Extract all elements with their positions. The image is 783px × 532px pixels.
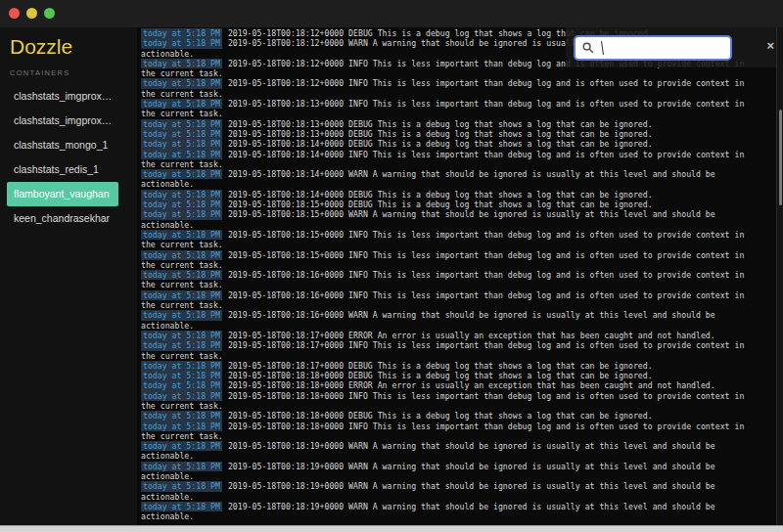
scrollbar-track <box>776 27 783 526</box>
log-timestamp: today at 5:18 PM <box>141 200 222 209</box>
log-entry: today at 5:18 PM2019-05-18T00:18:15+0000… <box>141 200 755 209</box>
log-timestamp: today at 5:18 PM <box>141 411 222 421</box>
log-entry: today at 5:18 PM2019-05-18T00:18:18+0000… <box>141 411 755 421</box>
log-timestamp: today at 5:18 PM <box>141 391 222 401</box>
close-search-icon[interactable]: × <box>766 39 774 52</box>
log-entry: today at 5:18 PM2019-05-18T00:18:16+0000… <box>141 290 755 311</box>
log-entry: today at 5:18 PM2019-05-18T00:18:13+0000… <box>141 119 755 129</box>
sidebar-item-container[interactable]: clashstats_mongo_1 <box>0 133 137 157</box>
log-timestamp: today at 5:18 PM <box>141 129 222 139</box>
log-entry: today at 5:18 PM2019-05-18T00:18:15+0000… <box>141 230 755 250</box>
log-timestamp: today at 5:18 PM <box>141 78 222 88</box>
container-list: clashstats_imgprox…clashstats_imgprox…cl… <box>0 84 137 231</box>
log-timestamp: today at 5:18 PM <box>141 331 222 340</box>
minimize-window-button[interactable] <box>26 8 37 19</box>
sidebar-item-container[interactable]: keen_chandrasekhar <box>0 206 137 231</box>
window-bottom-edge <box>0 525 783 532</box>
sidebar: Dozzle CONTAINERS clashstats_imgprox…cla… <box>0 27 137 526</box>
sidebar-item-container[interactable]: clashstats_imgprox… <box>0 84 137 109</box>
log-entry: today at 5:18 PM2019-05-18T00:18:13+0000… <box>141 129 755 139</box>
log-entry: today at 5:18 PM2019-05-18T00:18:19+0000… <box>141 481 755 502</box>
sidebar-item-container-active[interactable]: flamboyant_vaughan <box>7 182 118 206</box>
scrollbar-thumb[interactable] <box>779 110 782 205</box>
log-entry: today at 5:18 PM2019-05-18T00:18:18+0000… <box>141 391 755 412</box>
log-timestamp: today at 5:18 PM <box>141 340 222 350</box>
log-timestamp: today at 5:18 PM <box>141 230 222 240</box>
log-entry: today at 5:18 PM2019-05-18T00:18:18+0000… <box>141 421 755 442</box>
maximize-window-button[interactable] <box>44 8 55 19</box>
log-entry: today at 5:18 PM2019-05-18T00:18:17+0000… <box>141 361 755 371</box>
log-entry: today at 5:18 PM2019-05-18T00:18:17+0000… <box>141 331 755 340</box>
log-entry: today at 5:18 PM2019-05-18T00:18:16+0000… <box>141 310 755 331</box>
close-window-button[interactable] <box>9 8 20 19</box>
log-entry: today at 5:18 PM2019-05-18T00:18:14+0000… <box>141 139 755 149</box>
log-entry: today at 5:18 PM2019-05-18T00:18:18+0000… <box>141 380 755 390</box>
log-timestamp: today at 5:18 PM <box>141 209 222 219</box>
log-entry: today at 5:18 PM2019-05-18T00:18:12+0000… <box>141 78 755 99</box>
sidebar-item-container[interactable]: clashstats_redis_1 <box>0 157 137 182</box>
log-timestamp: today at 5:18 PM <box>141 380 222 390</box>
log-timestamp: today at 5:18 PM <box>141 190 222 200</box>
log-entry: today at 5:18 PM2019-05-18T00:18:19+0000… <box>141 441 755 462</box>
app-title: Dozzle <box>10 35 72 59</box>
window-titlebar <box>0 0 783 27</box>
log-entry: today at 5:18 PM2019-05-18T00:18:14+0000… <box>141 169 755 190</box>
log-timestamp: today at 5:18 PM <box>141 139 222 149</box>
sidebar-item-container[interactable]: clashstats_imgprox… <box>0 109 137 133</box>
log-timestamp: today at 5:18 PM <box>141 38 222 48</box>
log-timestamp: today at 5:18 PM <box>141 310 222 320</box>
log-view: today at 5:18 PM2019-05-18T00:18:12+0000… <box>137 27 777 526</box>
log-timestamp: today at 5:18 PM <box>141 119 222 129</box>
log-timestamp: today at 5:18 PM <box>141 421 222 431</box>
log-timestamp: today at 5:18 PM <box>141 150 222 159</box>
search-overlay: × <box>566 27 783 67</box>
log-entry: today at 5:18 PM2019-05-18T00:18:17+0000… <box>141 340 755 361</box>
log-entry: today at 5:18 PM2019-05-18T00:18:18+0000… <box>141 371 755 380</box>
log-timestamp: today at 5:18 PM <box>141 270 222 280</box>
log-entry: today at 5:18 PM2019-05-18T00:18:16+0000… <box>141 270 755 290</box>
log-timestamp: today at 5:18 PM <box>141 250 222 260</box>
log-entry: today at 5:18 PM2019-05-18T00:18:15+0000… <box>141 250 755 271</box>
log-timestamp: today at 5:18 PM <box>141 371 222 380</box>
log-timestamp: today at 5:18 PM <box>141 290 222 300</box>
log-entry: today at 5:18 PM2019-05-18T00:18:14+0000… <box>141 190 755 200</box>
log-timestamp: today at 5:18 PM <box>141 169 222 179</box>
log-entry: today at 5:18 PM2019-05-18T00:18:14+0000… <box>141 150 755 170</box>
search-input[interactable] <box>609 37 728 61</box>
log-timestamp: today at 5:18 PM <box>141 361 222 371</box>
search-icon <box>582 42 594 54</box>
log-entry: today at 5:18 PM2019-05-18T00:18:13+0000… <box>141 99 755 119</box>
log-entry: today at 5:18 PM2019-05-18T00:18:19+0000… <box>141 502 755 522</box>
text-caret <box>601 41 604 55</box>
log-timestamp: today at 5:18 PM <box>141 99 222 109</box>
log-timestamp: today at 5:18 PM <box>141 462 222 471</box>
dozzle-window: Dozzle CONTAINERS clashstats_imgprox…cla… <box>0 0 783 532</box>
log-entry: today at 5:18 PM2019-05-18T00:18:15+0000… <box>141 209 755 230</box>
containers-section-label: CONTAINERS <box>10 68 70 77</box>
log-timestamp: today at 5:18 PM <box>141 502 222 511</box>
log-timestamp: today at 5:18 PM <box>141 28 222 38</box>
log-timestamp: today at 5:18 PM <box>141 59 222 68</box>
log-timestamp: today at 5:18 PM <box>141 441 222 451</box>
log-timestamp: today at 5:18 PM <box>141 481 222 491</box>
log-entry: today at 5:18 PM2019-05-18T00:18:19+0000… <box>141 462 755 482</box>
search-box[interactable] <box>574 35 732 61</box>
